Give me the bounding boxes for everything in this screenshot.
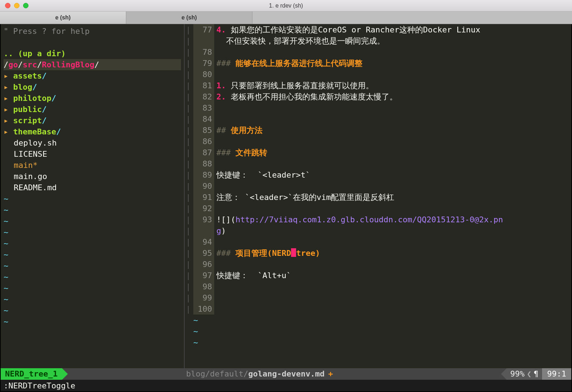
line-number: 89 [193,169,214,181]
line-number: 100 [193,303,214,315]
tilde: ~ [193,315,571,326]
line-number: 83 [193,102,214,113]
status-path-prefix: blog/default/ [186,368,248,380]
status-filename: golang-devenv.md [248,368,325,380]
code-line[interactable]: 774. 如果您的工作站安装的是CoreOS or Rancher这种的Dock… [193,24,571,35]
editor-area: " Press ? for help .. (up a dir) /go/src… [0,24,572,368]
command-line[interactable]: :NERDTreeToggle [0,380,572,392]
split-divider: | | | | | | | | | | | | | | | | | | | | … [185,24,192,368]
status-percent: 99%❮¶ [507,368,542,380]
code-line[interactable]: 92 [193,203,571,214]
line-number: 90 [193,181,214,192]
nerdtree-help: " Press ? for help [4,26,181,37]
line-number: 79 [193,58,214,69]
status-nerdtree-label: NERD_tree_1 [1,368,62,380]
nerdtree-file[interactable]: main.go [4,171,181,182]
line-number: 96 [193,259,214,270]
code-line[interactable]: 822. 老板再也不用担心我的集成新功能速度太慢了。 [193,91,571,102]
line-number: 92 [193,203,214,214]
tilde: ~ [4,193,181,204]
code-pane[interactable]: 774. 如果您的工作站安装的是CoreOS or Rancher这种的Dock… [192,24,571,368]
code-line[interactable]: 93![](http://7viiaq.com1.z0.glb.clouddn.… [193,214,571,225]
code-line[interactable]: 80 [193,69,571,80]
line-number: 86 [193,136,214,147]
code-line[interactable]: 84 [193,113,571,125]
code-line[interactable]: 811. 只要部署到线上服务器直接就可以使用。 [193,80,571,91]
nerdtree-dir[interactable]: ▸ public/ [4,104,181,115]
line-number: 93 [193,214,214,225]
tilde: ~ [4,260,181,271]
tilde: ~ [4,238,181,249]
line-number: 87 [193,147,214,158]
tilde: ~ [4,204,181,215]
code-line[interactable]: 99 [193,292,571,303]
line-number: 95 [193,248,214,259]
code-line[interactable]: 88 [193,158,571,169]
code-line[interactable]: 100 [193,303,571,315]
nerdtree-dir[interactable]: ▸ themeBase/ [4,126,181,137]
cursor [291,248,296,257]
code-line[interactable]: 85## 使用方法 [193,125,571,136]
code-line[interactable]: 90 [193,181,571,192]
line-number: 82 [193,91,214,102]
line-number: 78 [193,46,214,58]
code-line[interactable]: 91注意： `<leader>`在我的vim配置里面是反斜杠 [193,192,571,203]
line-number: 80 [193,69,214,80]
tilde: ~ [4,316,181,327]
nerdtree-modified[interactable]: main* [4,160,181,171]
line-number: 98 [193,281,214,292]
nerdtree-dir[interactable]: ▸ blog/ [4,81,181,93]
line-number: 94 [193,236,214,248]
line-number: 88 [193,158,214,169]
line-number: 77 [193,24,214,35]
line-number: 81 [193,80,214,91]
code-line[interactable]: 78 [193,46,571,58]
nerdtree-updir[interactable]: .. (up a dir) [4,48,181,59]
status-modified-icon: + [328,368,333,380]
code-line[interactable]: 86 [193,136,571,147]
nerdtree-root[interactable]: /go/src/RollingBlog/ [4,59,181,70]
tilde: ~ [4,249,181,260]
line-number: 99 [193,292,214,303]
line-number: 84 [193,113,214,125]
nerdtree-file[interactable]: deploy.sh [4,137,181,148]
code-content[interactable]: 774. 如果您的工作站安装的是CoreOS or Rancher这种的Dock… [192,24,571,368]
nerdtree-pane[interactable]: " Press ? for help .. (up a dir) /go/src… [1,24,185,368]
nerdtree-dir[interactable]: ▸ philotop/ [4,93,181,104]
tab-bar: e (sh) e (sh) [0,12,572,24]
line-number: 91 [193,192,214,203]
nerdtree-dir[interactable]: ▸ assets/ [4,70,181,81]
tilde: ~ [4,215,181,227]
tilde: ~ [193,337,571,348]
code-line[interactable]: 79### 能够在线上服务器进行线上代码调整 [193,58,571,69]
tilde: ~ [4,227,181,238]
tilde: ~ [4,271,181,282]
code-line[interactable]: 97快捷键： `Alt+u` [193,270,571,281]
code-line[interactable]: 89快捷键： `<leader>t` [193,169,571,181]
code-line[interactable]: 96 [193,259,571,270]
nerdtree-file[interactable]: README.md [4,182,181,193]
line-number: 85 [193,125,214,136]
tab-1[interactable]: e (sh) [0,12,126,24]
nerdtree-content[interactable]: " Press ? for help .. (up a dir) /go/src… [1,24,184,368]
nerdtree-file[interactable]: LICENSE [4,148,181,160]
status-line-col: 99:1 [542,368,571,380]
paragraph-icon: ¶ [534,369,538,378]
code-line[interactable]: 87### 文件跳转 [193,147,571,158]
tilde: ~ [4,305,181,316]
tilde: ~ [4,282,181,294]
status-bar: NERD_tree_1 blog/default/golang-devenv.m… [0,368,572,380]
macos-titlebar: 1. e rdev (sh) [0,0,572,12]
tilde: ~ [4,294,181,305]
status-right: blog/default/golang-devenv.md + 99%❮¶ 99… [185,368,571,380]
tab-2[interactable]: e (sh) [126,12,252,24]
status-left: NERD_tree_1 [1,368,185,380]
code-line[interactable]: 95### 项目管理(NERDtree) [193,248,571,259]
line-number: 97 [193,270,214,281]
code-line[interactable]: 94 [193,236,571,248]
nerdtree-dir[interactable]: ▸ script/ [4,115,181,126]
tilde: ~ [193,326,571,337]
code-line[interactable]: 98 [193,281,571,292]
window-title: 1. e rdev (sh) [0,3,572,9]
code-line[interactable]: 83 [193,102,571,113]
